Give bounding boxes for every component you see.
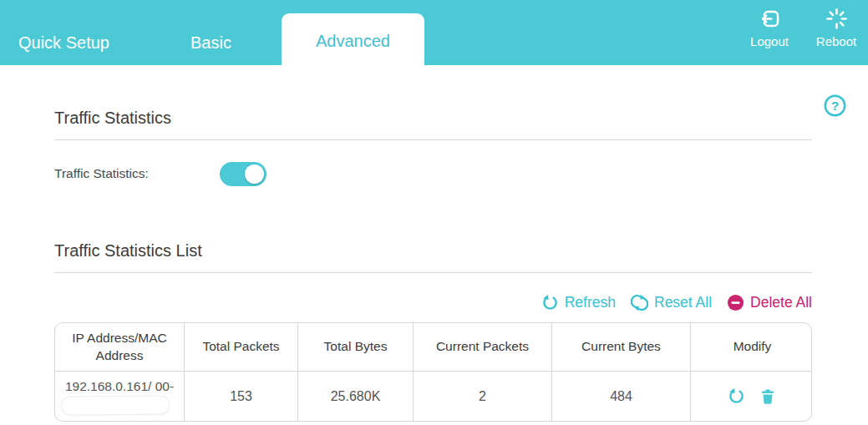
redacted-mac-address [62, 396, 169, 414]
traffic-statistics-row: Traffic Statistics: [54, 161, 812, 186]
reset-all-label: Reset All [654, 294, 712, 311]
traffic-statistics-toggle[interactable] [220, 162, 266, 186]
delete-all-button[interactable]: Delete All [727, 294, 812, 311]
cell-current-packets: 2 [414, 372, 552, 422]
top-navbar: Quick Setup Basic Advanced Logout [0, 0, 868, 65]
traffic-statistics-title: Traffic Statistics [54, 65, 812, 128]
section-divider [54, 272, 812, 273]
col-total-bytes: Total Bytes [298, 323, 414, 372]
row-reset-button[interactable] [728, 387, 745, 405]
cell-modify [691, 372, 813, 422]
col-current-packets: Current Packets [414, 323, 552, 372]
col-ip-mac-address: IP Address/MAC Address [55, 323, 185, 372]
cell-total-bytes: 25.680K [298, 372, 414, 422]
cell-total-packets: 153 [185, 372, 298, 422]
cell-current-bytes: 484 [552, 372, 691, 422]
ip-mac-text: 192.168.0.161/ 00- [60, 379, 179, 394]
tab-basic[interactable]: Basic [190, 0, 231, 65]
section-divider [54, 139, 812, 140]
delete-all-label: Delete All [750, 294, 812, 311]
refresh-icon [541, 294, 559, 311]
logout-label: Logout [750, 34, 789, 48]
trash-icon [759, 387, 777, 406]
cell-ip-mac: 192.168.0.161/ 00- [55, 372, 185, 422]
traffic-statistics-table: IP Address/MAC Address Total Packets Tot… [54, 322, 812, 422]
row-delete-button[interactable] [759, 387, 777, 406]
col-modify: Modify [691, 323, 813, 372]
reboot-button[interactable]: Reboot [810, 8, 863, 48]
refresh-icon [728, 387, 745, 405]
traffic-statistics-list-title: Traffic Statistics List [54, 241, 812, 261]
traffic-statistics-label: Traffic Statistics: [54, 166, 220, 181]
table-header-row: IP Address/MAC Address Total Packets Tot… [55, 323, 813, 372]
col-current-bytes: Current Bytes [552, 323, 691, 372]
logout-button[interactable]: Logout [743, 8, 796, 48]
reset-all-button[interactable]: Reset All [631, 294, 712, 311]
tab-advanced-label: Advanced [316, 32, 390, 51]
logout-icon [759, 8, 781, 30]
table-actions: Refresh Reset All Delete All [54, 291, 812, 313]
table-row: 192.168.0.161/ 00- 153 25.680K 2 484 [55, 372, 813, 422]
refresh-label: Refresh [565, 294, 616, 311]
minus-circle-icon [727, 294, 744, 311]
toggle-knob [245, 164, 264, 184]
col-total-packets: Total Packets [185, 323, 298, 372]
reboot-spinner-icon [825, 8, 848, 30]
reset-all-icon [631, 294, 648, 311]
tab-quick-setup[interactable]: Quick Setup [18, 0, 109, 65]
tab-advanced[interactable]: Advanced [282, 13, 424, 65]
refresh-button[interactable]: Refresh [541, 294, 616, 311]
main-content: Traffic Statistics Traffic Statistics: T… [0, 65, 868, 422]
reboot-label: Reboot [816, 34, 856, 48]
